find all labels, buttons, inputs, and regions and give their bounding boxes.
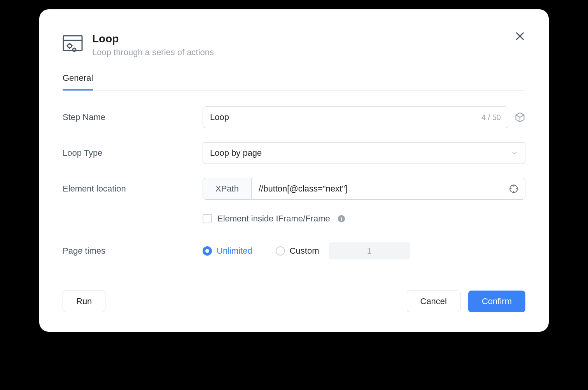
modal-title: Loop — [92, 33, 525, 45]
svg-point-2 — [68, 44, 72, 48]
target-picker-icon[interactable] — [509, 184, 519, 194]
loop-type-value: Loop by page — [210, 148, 262, 158]
footer-right: Cancel Confirm — [407, 291, 526, 312]
radio-custom-label: Custom — [290, 246, 319, 256]
iframe-checkbox[interactable] — [203, 214, 212, 223]
modal-header: Loop Loop through a series of actions — [63, 33, 525, 57]
chevron-down-icon — [511, 150, 518, 157]
element-location-row: Element location XPath — [63, 178, 525, 200]
element-location-input-group: XPath — [203, 178, 525, 200]
cancel-button[interactable]: Cancel — [407, 291, 460, 312]
loop-type-select[interactable]: Loop by page — [203, 142, 525, 164]
radio-unlimited-label: Unlimited — [217, 246, 252, 256]
svg-point-3 — [73, 48, 76, 51]
run-button[interactable]: Run — [63, 291, 105, 312]
radio-custom-input — [276, 246, 285, 256]
step-name-char-count: 4 / 50 — [481, 113, 501, 122]
radio-unlimited-input — [203, 246, 212, 256]
tabs-container: General — [63, 73, 525, 91]
loop-config-modal: Loop Loop through a series of actions Ge… — [39, 9, 549, 332]
info-icon[interactable]: i — [337, 214, 346, 223]
close-icon[interactable] — [514, 31, 525, 42]
header-text: Loop Loop through a series of actions — [92, 33, 525, 57]
svg-text:i: i — [341, 216, 342, 222]
page-times-radio-group: Unlimited Custom 1 — [203, 242, 410, 259]
custom-number-input[interactable]: 1 — [329, 242, 410, 259]
tab-general[interactable]: General — [63, 73, 93, 91]
modal-subtitle: Loop through a series of actions — [92, 47, 525, 57]
page-times-row: Page times Unlimited Custom 1 — [63, 242, 525, 259]
iframe-checkbox-label: Element inside IFrame/Frame — [217, 214, 330, 224]
element-location-label: Element location — [63, 184, 203, 194]
step-name-input-wrapper: 4 / 50 — [203, 106, 508, 128]
page-times-label: Page times — [63, 246, 203, 256]
confirm-button[interactable]: Confirm — [468, 291, 525, 312]
loop-window-icon — [63, 35, 83, 54]
step-name-label: Step Name — [63, 112, 203, 122]
step-name-row: Step Name 4 / 50 — [63, 106, 525, 128]
loop-type-row: Loop Type Loop by page — [63, 142, 525, 164]
loop-type-label: Loop Type — [63, 148, 203, 158]
modal-footer: Run Cancel Confirm — [63, 291, 525, 312]
xpath-input[interactable] — [252, 178, 509, 199]
step-name-input[interactable] — [210, 112, 481, 122]
iframe-checkbox-row: Element inside IFrame/Frame i — [203, 214, 525, 224]
radio-unlimited[interactable]: Unlimited — [203, 246, 252, 256]
xpath-prefix[interactable]: XPath — [203, 178, 252, 199]
radio-custom[interactable]: Custom 1 — [276, 242, 410, 259]
variable-cube-icon[interactable] — [514, 112, 525, 123]
